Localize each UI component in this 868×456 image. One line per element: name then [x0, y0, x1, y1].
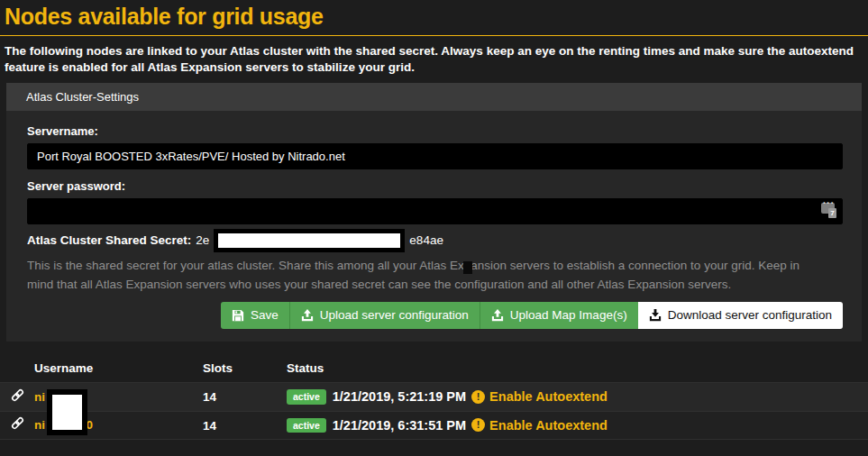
shared-secret-help: This is the shared secret for your atlas… — [27, 257, 825, 295]
action-buttons: Save Upload server configuration Upload … — [27, 302, 843, 329]
username-column-header: Username — [34, 361, 203, 375]
upload-server-configuration-button[interactable]: Upload server configuration — [289, 302, 480, 329]
enable-autoextend-link[interactable]: Enable Autoextend — [489, 418, 608, 433]
shared-secret-help-text: This is the shared secret for your atlas… — [27, 259, 799, 291]
redaction-artifact — [463, 261, 472, 274]
floppy-disk-icon — [232, 309, 244, 322]
status-badge: active — [287, 418, 326, 433]
upload-map-images-button[interactable]: Upload Map Image(s) — [480, 302, 638, 329]
download-server-configuration-button[interactable]: Download server configuration — [638, 302, 843, 329]
save-button[interactable]: Save — [221, 302, 289, 329]
upload-arrow-icon — [491, 309, 504, 322]
shared-secret-suffix: e84ae — [409, 229, 443, 252]
upload-server-configuration-label: Upload server configuration — [320, 308, 469, 322]
exclamation-circle-icon: ! — [471, 390, 485, 404]
download-server-configuration-label: Download server configuration — [668, 308, 832, 322]
page-description: The following nodes are linked to your A… — [5, 43, 863, 77]
download-arrow-icon — [649, 309, 662, 322]
page-title: Nodes available for grid usage — [5, 4, 863, 35]
status-column-header: Status — [287, 361, 868, 375]
enable-autoextend-link[interactable]: Enable Autoextend — [489, 389, 608, 404]
panel-body: Servername: Server password: 7 Atlas Clu… — [6, 111, 862, 342]
upload-arrow-icon — [301, 309, 314, 322]
table-header-row: Username Slots Status — [0, 354, 868, 382]
upload-map-images-label: Upload Map Image(s) — [510, 308, 627, 322]
table-row: ni 9 14 active 1/21/2019, 5:21:19 PM ! E… — [0, 382, 868, 411]
exclamation-circle-icon: ! — [471, 418, 485, 432]
nodes-table: Username Slots Status ni 9 14 active 1/2… — [0, 354, 868, 440]
username-prefix: ni — [34, 418, 45, 432]
slots-column-header: Slots — [203, 361, 287, 375]
panel-title: Atlas Cluster-Settings — [6, 83, 862, 111]
renting-timestamp: 1/21/2019, 6:31:51 PM — [333, 418, 466, 433]
shared-secret-redaction-box — [214, 229, 405, 252]
shared-secret-prefix: 2e — [196, 229, 209, 252]
slots-value: 14 — [203, 390, 216, 404]
page-header: Nodes available for grid usage — [0, 0, 868, 36]
slots-value: 14 — [203, 419, 216, 433]
atlas-cluster-settings-panel: Atlas Cluster-Settings Servername: Serve… — [6, 83, 862, 342]
table-row: ni 10 14 active 1/21/2019, 6:31:51 PM ! … — [0, 411, 868, 440]
username-prefix: ni — [34, 390, 45, 404]
status-badge: active — [287, 389, 326, 405]
servername-label: Servername: — [27, 124, 843, 138]
chain-link-icon[interactable] — [11, 388, 24, 406]
numpad-icon[interactable]: 7 — [821, 203, 835, 214]
numpad-digit: 7 — [828, 208, 836, 218]
server-password-wrapper: 7 — [27, 198, 843, 224]
shared-secret-row: Atlas Cluster Shared Secret: 2e e84ae — [27, 229, 843, 252]
save-button-label: Save — [251, 308, 279, 322]
server-password-label: Server password: — [27, 179, 843, 193]
servername-input[interactable] — [27, 143, 843, 169]
server-password-input[interactable] — [27, 198, 843, 224]
chain-link-icon[interactable] — [11, 416, 24, 433]
shared-secret-label: Atlas Cluster Shared Secret: — [27, 229, 191, 252]
renting-timestamp: 1/21/2019, 5:21:19 PM — [333, 389, 466, 404]
username-redaction-box — [47, 389, 87, 435]
